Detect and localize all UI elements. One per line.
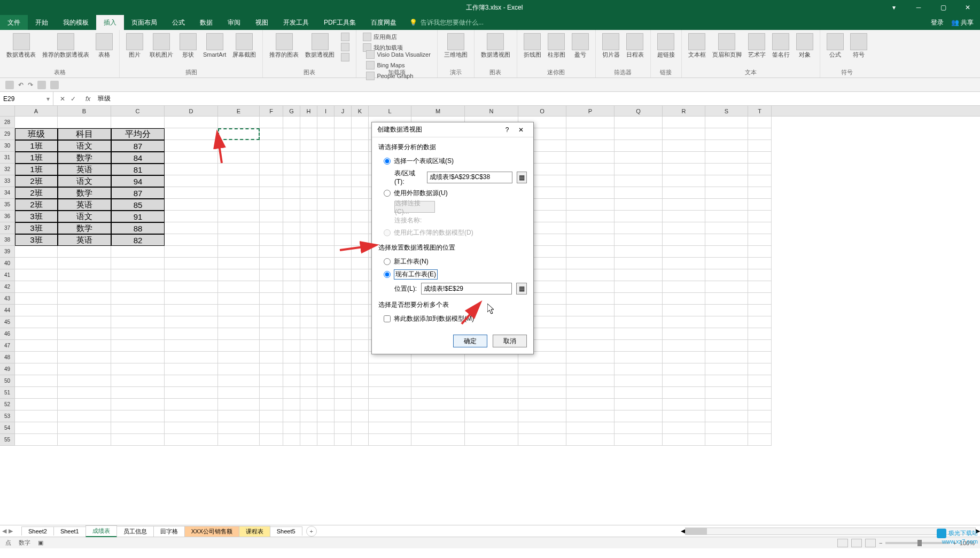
cell[interactable] (300, 399, 317, 410)
cell[interactable] (260, 352, 283, 363)
cell[interactable] (260, 187, 283, 199)
cell[interactable] (317, 187, 335, 199)
cell[interactable]: 数学 (58, 222, 111, 234)
scroll-left-icon[interactable]: ◀ (681, 528, 685, 534)
cell[interactable] (260, 316, 283, 328)
share-button[interactable]: 👥 共享 (951, 18, 974, 27)
cell[interactable] (566, 187, 615, 199)
cell[interactable] (335, 410, 352, 422)
cell[interactable] (111, 293, 165, 305)
cell[interactable] (218, 164, 260, 175)
cell[interactable] (615, 246, 663, 258)
cell[interactable] (283, 175, 300, 187)
sheet-tab[interactable]: Sheet5 (270, 526, 302, 536)
cell[interactable] (748, 199, 772, 211)
cell[interactable]: 数学 (58, 152, 111, 164)
cell[interactable] (705, 246, 748, 258)
sheet-tab[interactable]: Sheet2 (21, 526, 54, 536)
cell[interactable] (748, 258, 772, 269)
cell[interactable] (748, 352, 772, 363)
cell[interactable] (218, 140, 260, 152)
cell[interactable] (283, 399, 300, 410)
cell[interactable] (58, 246, 111, 258)
cell[interactable] (283, 246, 300, 258)
cell[interactable] (335, 352, 352, 363)
cell[interactable] (260, 399, 283, 410)
cell[interactable] (705, 352, 748, 363)
sheet-tab[interactable]: Sheet1 (53, 526, 86, 536)
cell[interactable] (218, 410, 260, 422)
sheet-tab[interactable]: 员工信息 (116, 526, 154, 537)
cell[interactable] (260, 140, 283, 152)
cell[interactable] (58, 328, 111, 340)
cell[interactable] (335, 140, 352, 152)
cell[interactable] (663, 363, 705, 375)
cell[interactable] (615, 293, 663, 305)
cell[interactable] (335, 175, 352, 187)
cell[interactable] (705, 434, 748, 446)
cell[interactable] (260, 422, 283, 434)
row-header[interactable]: 48 (0, 352, 15, 363)
cell[interactable]: 82 (111, 234, 165, 246)
cell[interactable] (335, 281, 352, 293)
cell[interactable] (748, 175, 772, 187)
cell[interactable] (566, 281, 615, 293)
cell[interactable] (165, 211, 218, 222)
cell[interactable] (352, 175, 369, 187)
sheet-nav-prev-icon[interactable]: ◀ (2, 528, 6, 534)
cell[interactable] (58, 422, 111, 434)
cell[interactable] (317, 140, 335, 152)
cell[interactable] (165, 352, 218, 363)
col-header[interactable]: P (566, 106, 615, 116)
cell[interactable] (566, 316, 615, 328)
cell[interactable] (705, 117, 748, 128)
cell[interactable] (218, 222, 260, 234)
tab-insert[interactable]: 插入 (96, 15, 124, 30)
cell[interactable] (165, 316, 218, 328)
row-header[interactable]: 50 (0, 375, 15, 387)
signature-button[interactable]: 签名行 (770, 32, 792, 59)
formula-input[interactable]: 班级 (94, 92, 980, 105)
cell[interactable] (218, 340, 260, 352)
cell[interactable] (300, 152, 317, 164)
cell[interactable] (411, 434, 465, 446)
chart-type-3[interactable] (339, 52, 352, 62)
pivot-chart-big-button[interactable]: 数据透视图 (479, 32, 512, 59)
cell[interactable] (748, 164, 772, 175)
cell[interactable] (300, 375, 317, 387)
chart-type-1[interactable] (339, 32, 352, 42)
col-header[interactable]: A (15, 106, 58, 116)
cancel-button[interactable]: 取消 (493, 335, 527, 347)
cell[interactable] (335, 234, 352, 246)
cell[interactable] (411, 410, 465, 422)
cell[interactable] (218, 375, 260, 387)
screenshot-button[interactable]: 屏幕截图 (230, 32, 258, 59)
enter-formula-icon[interactable]: ✓ (71, 95, 76, 103)
cell[interactable] (283, 410, 300, 422)
cell[interactable] (111, 281, 165, 293)
cell[interactable] (317, 128, 335, 140)
cell[interactable] (352, 352, 369, 363)
col-header[interactable]: F (260, 106, 283, 116)
cell[interactable] (317, 175, 335, 187)
cell[interactable] (58, 410, 111, 422)
cell[interactable] (352, 387, 369, 399)
sparkline-winloss-button[interactable]: 盈亏 (570, 32, 591, 59)
cell[interactable] (317, 375, 335, 387)
cell[interactable] (335, 258, 352, 269)
cell[interactable] (58, 117, 111, 128)
cell[interactable] (335, 305, 352, 316)
cell[interactable] (748, 316, 772, 328)
cell[interactable] (335, 399, 352, 410)
cell[interactable] (369, 422, 411, 434)
cell[interactable] (615, 164, 663, 175)
cell[interactable] (317, 328, 335, 340)
label-new-sheet[interactable]: 新工作表(N) (394, 257, 429, 266)
range-input[interactable] (427, 172, 512, 183)
cell[interactable] (335, 199, 352, 211)
cell[interactable] (165, 399, 218, 410)
cell[interactable]: 1班 (15, 152, 58, 164)
view-pagebreak-icon[interactable] (865, 539, 876, 547)
cell[interactable] (283, 305, 300, 316)
cell[interactable] (465, 387, 518, 399)
